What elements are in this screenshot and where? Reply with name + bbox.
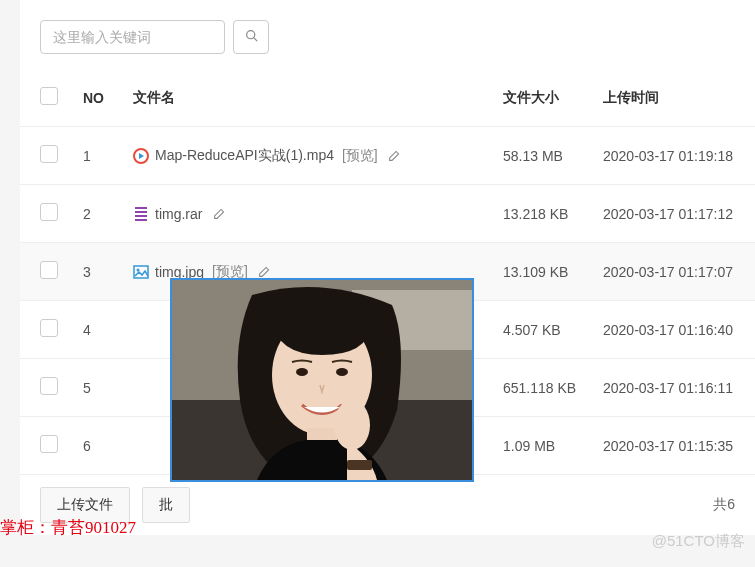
row-no: 6 [75,417,125,475]
table-row: 1Map-ReduceAPI实战(1).mp4 [预览]58.13 MB2020… [20,127,755,185]
upload-time: 2020-03-17 01:16:11 [595,359,755,417]
file-size: 58.13 MB [495,127,595,185]
edit-icon[interactable] [212,207,226,221]
upload-time: 2020-03-17 01:17:07 [595,243,755,301]
edit-icon[interactable] [388,149,402,163]
row-checkbox[interactable] [40,435,58,453]
svg-point-0 [246,31,254,39]
upload-time: 2020-03-17 01:16:40 [595,301,755,359]
table-row: 2timg.rar13.218 KB2020-03-17 01:17:12 [20,185,755,243]
row-checkbox[interactable] [40,203,58,221]
batch-button[interactable]: 批 [142,487,190,523]
upload-time: 2020-03-17 01:19:18 [595,127,755,185]
search-input[interactable] [40,20,225,54]
svg-rect-19 [347,460,372,470]
file-size: 13.218 KB [495,185,595,243]
svg-rect-6 [135,213,147,215]
file-size: 4.507 KB [495,301,595,359]
video-file-icon [133,148,149,164]
upload-time: 2020-03-17 01:15:35 [595,417,755,475]
row-no: 2 [75,185,125,243]
watermark-site: @51CTO博客 [652,532,745,551]
row-no: 5 [75,359,125,417]
col-no-header: NO [75,69,125,127]
upload-time: 2020-03-17 01:17:12 [595,185,755,243]
col-name-header: 文件名 [125,69,495,127]
image-preview-popup [170,278,474,482]
preview-link[interactable]: [预览] [342,147,378,165]
watermark-author: 掌柜：青苔901027 [0,516,136,539]
rar-file-icon [133,206,149,222]
svg-point-15 [296,368,308,376]
search-row [20,0,755,69]
col-time-header: 上传时间 [595,69,755,127]
file-size: 1.09 MB [495,417,595,475]
svg-marker-3 [139,153,144,159]
file-size: 651.118 KB [495,359,595,417]
search-icon [245,29,258,45]
row-checkbox[interactable] [40,377,58,395]
row-checkbox[interactable] [40,261,58,279]
svg-line-1 [253,38,256,41]
svg-rect-5 [135,209,147,211]
file-size: 13.109 KB [495,243,595,301]
col-size-header: 文件大小 [495,69,595,127]
svg-point-16 [336,368,348,376]
select-all-checkbox[interactable] [40,87,58,105]
svg-rect-7 [135,217,147,219]
preview-image [172,280,472,480]
file-name[interactable]: Map-ReduceAPI实战(1).mp4 [155,147,334,165]
search-button[interactable] [233,20,269,54]
row-checkbox[interactable] [40,145,58,163]
file-name[interactable]: timg.rar [155,206,202,222]
total-count: 共6 [713,496,735,514]
edit-icon[interactable] [258,265,272,279]
row-no: 4 [75,301,125,359]
row-checkbox[interactable] [40,319,58,337]
image-file-icon [133,264,149,280]
row-no: 1 [75,127,125,185]
row-no: 3 [75,243,125,301]
svg-point-18 [334,400,370,450]
